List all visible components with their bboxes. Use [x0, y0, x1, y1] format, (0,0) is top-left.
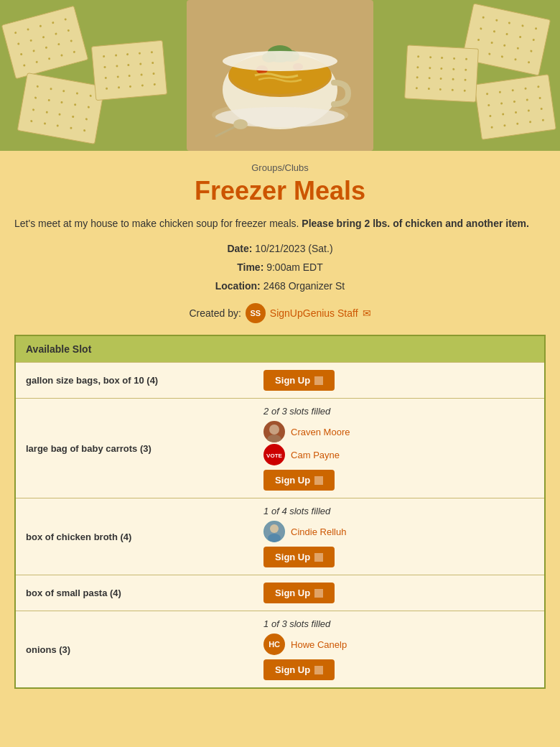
slot-item-3: box of small pasta (4) [15, 575, 253, 611]
slot-actions-3: Sign Up [253, 575, 545, 611]
slots-filled-4: 1 of 3 slots filled [263, 618, 534, 629]
signee-row: VOTE Cam Payne [263, 444, 534, 465]
signee-avatar-cam: VOTE [263, 444, 285, 465]
signee-row: Craven Moore [263, 421, 534, 442]
signee-name-cam[interactable]: Cam Payne [291, 450, 340, 460]
table-row: onions (3) 1 of 3 slots filled HC Howe C… [15, 611, 545, 689]
page-content: Groups/Clubs Freezer Meals Let's meet at… [0, 151, 560, 700]
slot-item-0: gallon size bags, box of 10 (4) [15, 363, 253, 399]
slot-item-2: box of chicken broth (4) [15, 498, 253, 575]
table-header-row: Available Slot [15, 335, 545, 363]
description-normal: Let's meet at my house to make chicken s… [14, 218, 302, 229]
signup-button-3[interactable]: Sign Up [263, 583, 335, 603]
event-details: Date: 10/21/2023 (Sat.) Time: 9:00am EDT… [14, 243, 546, 292]
svg-text:VOTE: VOTE [266, 453, 282, 459]
creator-avatar: SS [246, 303, 266, 323]
time-row: Time: 9:00am EDT [14, 261, 546, 273]
signee-row: Cindie Relluh [263, 521, 534, 542]
soup-image [187, 0, 373, 151]
cracker-left-decoration [0, 0, 187, 151]
signup-button-0[interactable]: Sign Up [263, 370, 335, 391]
btn-icon-2 [314, 553, 323, 562]
table-row: large bag of baby carrots (3) 2 of 3 slo… [15, 399, 545, 498]
svg-point-18 [270, 524, 279, 533]
slot-actions-4: 1 of 3 slots filled HC Howe Canelp Sign … [253, 611, 545, 689]
signee-avatar-craven [263, 421, 285, 442]
location-row: Location: 2468 Organizer St [14, 280, 546, 292]
date-row: Date: 10/21/2023 (Sat.) [14, 243, 546, 254]
time-value: 9:00am EDT [266, 261, 323, 273]
time-label: Time: [237, 261, 263, 273]
creator-name: SignUpGenius Staff [270, 307, 358, 319]
slot-actions-2: 1 of 4 slots filled Cindie Relluh Sign U… [253, 498, 545, 575]
signee-avatar-howe: HC [263, 634, 285, 655]
slot-item-1: large bag of baby carrots (3) [15, 399, 253, 498]
description-bold: Please bring 2 lbs. of chicken and anoth… [302, 218, 529, 229]
group-label: Groups/Clubs [14, 162, 546, 173]
table-row: box of chicken broth (4) 1 of 4 slots fi… [15, 498, 545, 575]
btn-icon-0 [314, 376, 323, 385]
table-row: box of small pasta (4) Sign Up [15, 575, 545, 611]
signup-button-1[interactable]: Sign Up [263, 470, 335, 491]
email-icon[interactable]: ✉ [363, 307, 371, 319]
svg-point-19 [268, 534, 281, 542]
svg-point-12 [233, 119, 248, 129]
slot-item-4: onions (3) [15, 611, 253, 689]
signup-table: Available Slot gallon size bags, box of … [14, 335, 546, 689]
slots-filled-1: 2 of 3 slots filled [263, 406, 534, 417]
location-value: 2468 Organizer St [263, 280, 345, 292]
btn-icon-4 [314, 666, 323, 674]
btn-icon-3 [314, 589, 323, 598]
slot-actions-0: Sign Up [253, 363, 545, 399]
signee-row: HC Howe Canelp [263, 634, 534, 655]
btn-icon-1 [314, 476, 323, 485]
signee-name-craven[interactable]: Craven Moore [291, 427, 350, 437]
date-label: Date: [227, 243, 252, 254]
date-value: 10/21/2023 (Sat.) [255, 243, 332, 254]
cracker-right-decoration [373, 0, 560, 151]
description-text: Let's meet at my house to make chicken s… [14, 216, 546, 231]
signup-button-4[interactable]: Sign Up [263, 659, 335, 680]
svg-point-13 [269, 424, 279, 435]
created-by-label: Created by: [189, 307, 241, 319]
signup-button-2[interactable]: Sign Up [263, 547, 335, 567]
table-row: gallon size bags, box of 10 (4) Sign Up [15, 363, 545, 399]
svg-point-9 [223, 51, 337, 71]
header-banner [0, 0, 560, 151]
slots-filled-2: 1 of 4 slots filled [263, 506, 534, 516]
table-header: Available Slot [15, 335, 545, 363]
signee-name-cindie[interactable]: Cindie Relluh [291, 526, 346, 537]
page-title: Freezer Meals [14, 176, 546, 206]
svg-point-14 [267, 435, 281, 442]
svg-line-11 [215, 126, 237, 136]
signee-name-howe[interactable]: Howe Canelp [291, 639, 347, 650]
signee-avatar-cindie [263, 521, 285, 542]
location-label: Location: [215, 280, 261, 292]
created-by-row: Created by: SS SignUpGenius Staff ✉ [14, 303, 546, 323]
slot-actions-1: 2 of 3 slots filled Craven Moore VOTE Ca… [253, 399, 545, 498]
